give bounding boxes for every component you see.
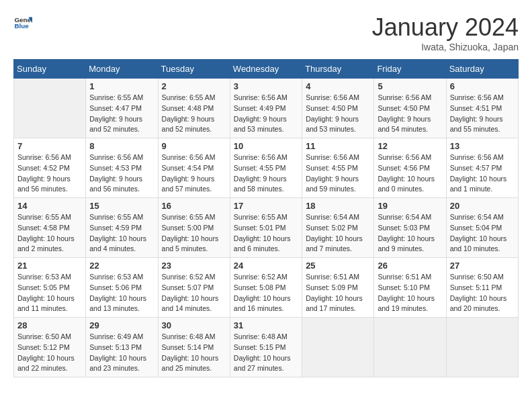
calendar-cell: 12Sunrise: 6:56 AM Sunset: 4:56 PM Dayli… — [374, 138, 446, 198]
day-detail: Sunrise: 6:51 AM Sunset: 5:10 PM Dayligh… — [378, 272, 442, 314]
day-number: 28 — [17, 320, 82, 330]
day-detail: Sunrise: 6:56 AM Sunset: 4:56 PM Dayligh… — [378, 152, 442, 195]
day-detail: Sunrise: 6:56 AM Sunset: 4:57 PM Dayligh… — [450, 152, 515, 195]
calendar-cell: 11Sunrise: 6:56 AM Sunset: 4:55 PM Dayli… — [302, 138, 374, 198]
day-number: 30 — [162, 320, 226, 330]
calendar-cell — [374, 318, 446, 377]
day-detail: Sunrise: 6:56 AM Sunset: 4:55 PM Dayligh… — [306, 152, 370, 195]
calendar-week-4: 21Sunrise: 6:53 AM Sunset: 5:05 PM Dayli… — [14, 258, 519, 318]
calendar-cell — [302, 318, 374, 377]
day-number: 12 — [378, 141, 442, 151]
calendar-week-5: 28Sunrise: 6:50 AM Sunset: 5:12 PM Dayli… — [14, 318, 519, 377]
svg-text:Blue: Blue — [14, 22, 29, 30]
calendar-cell: 14Sunrise: 6:55 AM Sunset: 4:58 PM Dayli… — [14, 198, 86, 258]
calendar-week-3: 14Sunrise: 6:55 AM Sunset: 4:58 PM Dayli… — [14, 198, 519, 258]
day-detail: Sunrise: 6:53 AM Sunset: 5:05 PM Dayligh… — [17, 272, 82, 314]
calendar-cell: 2Sunrise: 6:55 AM Sunset: 4:48 PM Daylig… — [158, 79, 230, 138]
day-number: 3 — [234, 81, 298, 91]
col-friday: Friday — [374, 60, 446, 79]
calendar-cell: 15Sunrise: 6:55 AM Sunset: 4:59 PM Dayli… — [86, 198, 158, 258]
col-tuesday: Tuesday — [158, 60, 230, 79]
calendar-cell: 21Sunrise: 6:53 AM Sunset: 5:05 PM Dayli… — [14, 258, 86, 318]
day-number: 31 — [234, 320, 298, 330]
day-number: 1 — [89, 81, 154, 91]
day-detail: Sunrise: 6:55 AM Sunset: 4:48 PM Dayligh… — [162, 93, 226, 135]
calendar-cell: 6Sunrise: 6:56 AM Sunset: 4:51 PM Daylig… — [446, 79, 518, 138]
calendar-cell — [446, 318, 518, 377]
calendar-cell — [14, 79, 86, 138]
calendar-cell: 8Sunrise: 6:56 AM Sunset: 4:53 PM Daylig… — [86, 138, 158, 198]
day-number: 18 — [306, 201, 370, 211]
calendar-cell: 13Sunrise: 6:56 AM Sunset: 4:57 PM Dayli… — [446, 138, 518, 198]
col-thursday: Thursday — [302, 60, 374, 79]
day-number: 15 — [89, 201, 154, 211]
day-detail: Sunrise: 6:52 AM Sunset: 5:07 PM Dayligh… — [162, 272, 226, 314]
calendar-cell: 30Sunrise: 6:48 AM Sunset: 5:14 PM Dayli… — [158, 318, 230, 377]
day-number: 25 — [306, 261, 370, 271]
logo: General Blue — [13, 13, 32, 32]
day-detail: Sunrise: 6:50 AM Sunset: 5:11 PM Dayligh… — [450, 272, 515, 314]
calendar-cell: 18Sunrise: 6:54 AM Sunset: 5:02 PM Dayli… — [302, 198, 374, 258]
day-number: 6 — [450, 81, 515, 91]
calendar-cell: 3Sunrise: 6:56 AM Sunset: 4:49 PM Daylig… — [230, 79, 302, 138]
calendar-week-2: 7Sunrise: 6:56 AM Sunset: 4:52 PM Daylig… — [14, 138, 519, 198]
day-detail: Sunrise: 6:50 AM Sunset: 5:12 PM Dayligh… — [17, 332, 82, 374]
calendar-cell: 19Sunrise: 6:54 AM Sunset: 5:03 PM Dayli… — [374, 198, 446, 258]
calendar-cell: 16Sunrise: 6:55 AM Sunset: 5:00 PM Dayli… — [158, 198, 230, 258]
day-number: 10 — [234, 141, 298, 151]
calendar-cell: 10Sunrise: 6:56 AM Sunset: 4:55 PM Dayli… — [230, 138, 302, 198]
day-number: 8 — [89, 141, 154, 151]
calendar-cell: 23Sunrise: 6:52 AM Sunset: 5:07 PM Dayli… — [158, 258, 230, 318]
day-detail: Sunrise: 6:49 AM Sunset: 5:13 PM Dayligh… — [89, 332, 154, 374]
calendar-cell: 1Sunrise: 6:55 AM Sunset: 4:47 PM Daylig… — [86, 79, 158, 138]
calendar-table: Sunday Monday Tuesday Wednesday Thursday… — [13, 59, 519, 377]
calendar-cell: 9Sunrise: 6:56 AM Sunset: 4:54 PM Daylig… — [158, 138, 230, 198]
calendar-cell: 4Sunrise: 6:56 AM Sunset: 4:50 PM Daylig… — [302, 79, 374, 138]
calendar-cell: 17Sunrise: 6:55 AM Sunset: 5:01 PM Dayli… — [230, 198, 302, 258]
day-detail: Sunrise: 6:56 AM Sunset: 4:53 PM Dayligh… — [89, 152, 154, 195]
calendar-cell: 25Sunrise: 6:51 AM Sunset: 5:09 PM Dayli… — [302, 258, 374, 318]
location: Iwata, Shizuoka, Japan — [372, 42, 519, 52]
calendar-cell: 31Sunrise: 6:48 AM Sunset: 5:15 PM Dayli… — [230, 318, 302, 377]
day-number: 16 — [162, 201, 226, 211]
day-detail: Sunrise: 6:56 AM Sunset: 4:55 PM Dayligh… — [234, 152, 298, 195]
day-number: 7 — [17, 141, 82, 151]
day-detail: Sunrise: 6:55 AM Sunset: 4:58 PM Dayligh… — [17, 212, 82, 255]
day-detail: Sunrise: 6:54 AM Sunset: 5:03 PM Dayligh… — [378, 212, 442, 255]
day-number: 17 — [234, 201, 298, 211]
page-header: General Blue January 2024 Iwata, Shizuok… — [13, 13, 519, 52]
day-detail: Sunrise: 6:55 AM Sunset: 5:00 PM Dayligh… — [162, 212, 226, 255]
day-number: 13 — [450, 141, 515, 151]
day-number: 2 — [162, 81, 226, 91]
day-detail: Sunrise: 6:51 AM Sunset: 5:09 PM Dayligh… — [306, 272, 370, 314]
day-detail: Sunrise: 6:56 AM Sunset: 4:50 PM Dayligh… — [306, 93, 370, 135]
calendar-cell: 26Sunrise: 6:51 AM Sunset: 5:10 PM Dayli… — [374, 258, 446, 318]
col-sunday: Sunday — [14, 60, 86, 79]
calendar-cell: 5Sunrise: 6:56 AM Sunset: 4:50 PM Daylig… — [374, 79, 446, 138]
day-number: 5 — [378, 81, 442, 91]
col-monday: Monday — [86, 60, 158, 79]
day-number: 20 — [450, 201, 515, 211]
day-detail: Sunrise: 6:56 AM Sunset: 4:51 PM Dayligh… — [450, 93, 515, 135]
col-saturday: Saturday — [446, 60, 518, 79]
day-detail: Sunrise: 6:48 AM Sunset: 5:15 PM Dayligh… — [234, 332, 298, 374]
calendar-cell: 27Sunrise: 6:50 AM Sunset: 5:11 PM Dayli… — [446, 258, 518, 318]
day-detail: Sunrise: 6:56 AM Sunset: 4:54 PM Dayligh… — [162, 152, 226, 195]
day-detail: Sunrise: 6:55 AM Sunset: 4:59 PM Dayligh… — [89, 212, 154, 255]
day-number: 27 — [450, 261, 515, 271]
day-number: 4 — [306, 81, 370, 91]
calendar-cell: 22Sunrise: 6:53 AM Sunset: 5:06 PM Dayli… — [86, 258, 158, 318]
day-detail: Sunrise: 6:56 AM Sunset: 4:49 PM Dayligh… — [234, 93, 298, 135]
calendar-cell: 7Sunrise: 6:56 AM Sunset: 4:52 PM Daylig… — [14, 138, 86, 198]
day-detail: Sunrise: 6:56 AM Sunset: 4:52 PM Dayligh… — [17, 152, 82, 195]
header-row: Sunday Monday Tuesday Wednesday Thursday… — [14, 60, 519, 79]
day-detail: Sunrise: 6:53 AM Sunset: 5:06 PM Dayligh… — [89, 272, 154, 314]
day-detail: Sunrise: 6:55 AM Sunset: 4:47 PM Dayligh… — [89, 93, 154, 135]
day-detail: Sunrise: 6:54 AM Sunset: 5:04 PM Dayligh… — [450, 212, 515, 255]
logo-icon: General Blue — [13, 13, 32, 32]
day-detail: Sunrise: 6:52 AM Sunset: 5:08 PM Dayligh… — [234, 272, 298, 314]
month-title: January 2024 — [372, 13, 519, 42]
col-wednesday: Wednesday — [230, 60, 302, 79]
day-number: 14 — [17, 201, 82, 211]
calendar-cell: 24Sunrise: 6:52 AM Sunset: 5:08 PM Dayli… — [230, 258, 302, 318]
